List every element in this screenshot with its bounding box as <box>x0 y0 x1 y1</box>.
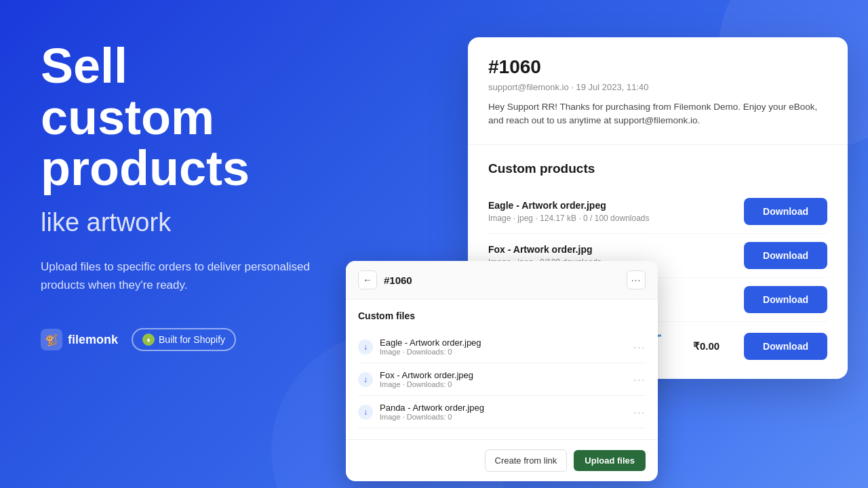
shopify-badge: ♦ Built for Shopify <box>132 328 236 351</box>
filemonk-logo: 🐒 filemonk <box>41 329 118 350</box>
file-info-3: Panda - Artwork order.jpeg Image · Downl… <box>380 403 484 421</box>
admin-panel: ← #1060 ··· Custom files ↓ Eagle - Artwo… <box>346 261 658 481</box>
create-link-button[interactable]: Create from link <box>485 449 568 472</box>
bottom-branding: 🐒 filemonk ♦ Built for Shopify <box>41 328 393 351</box>
download-button-1[interactable]: Download <box>744 198 827 225</box>
filemonk-icon: 🐒 <box>41 329 62 350</box>
hero-subtitle: like artwork <box>41 208 393 237</box>
file-more-3[interactable]: ··· <box>633 407 646 418</box>
product-name-2: Fox - Artwork order.jpg <box>488 244 601 255</box>
order-header: #1060 support@filemonk.io · 19 Jul 2023,… <box>468 37 848 145</box>
file-info-2: Fox - Artwork order.jpeg Image · Downloa… <box>380 370 473 388</box>
section-title: Custom products <box>488 161 827 176</box>
file-download-icon-2: ↓ <box>358 372 373 387</box>
admin-body: Custom files ↓ Eagle - Artwork order.jpe… <box>346 300 658 439</box>
file-sub-1: Image · Downloads: 0 <box>380 348 481 356</box>
file-row-left-1: ↓ Eagle - Artwork order.jpeg Image · Dow… <box>358 338 481 356</box>
hero-description: Upload files to specific orders to deliv… <box>41 258 312 294</box>
file-sub-2: Image · Downloads: 0 <box>380 380 473 388</box>
more-button[interactable]: ··· <box>627 270 646 289</box>
product-info-1: Eagle - Artwork order.jpeg Image · jpeg … <box>488 200 650 223</box>
file-download-icon-1: ↓ <box>358 340 373 354</box>
file-row-2: ↓ Fox - Artwork order.jpeg Image · Downl… <box>358 363 646 396</box>
upload-files-button[interactable]: Upload files <box>574 450 646 471</box>
ebook-right: ₹0.00 Download <box>693 333 827 360</box>
order-message: Hey Support RR! Thanks for purchasing fr… <box>488 100 827 128</box>
download-button-3[interactable]: Download <box>744 286 827 313</box>
hero-title: Sell custom products <box>41 41 393 195</box>
hero-section: Sell custom products like artwork Upload… <box>41 41 393 351</box>
admin-footer: Create from link Upload files <box>346 439 658 481</box>
file-row-1: ↓ Eagle - Artwork order.jpeg Image · Dow… <box>358 331 646 363</box>
download-button-ebook[interactable]: Download <box>744 333 827 360</box>
custom-files-title: Custom files <box>358 310 646 321</box>
order-meta: support@filemonk.io · 19 Jul 2023, 11:40 <box>488 82 827 92</box>
file-more-2[interactable]: ··· <box>633 374 646 385</box>
product-name-1: Eagle - Artwork order.jpeg <box>488 200 650 211</box>
file-name-1: Eagle - Artwork order.jpeg <box>380 338 481 348</box>
product-row-1: Eagle - Artwork order.jpeg Image · jpeg … <box>488 190 827 234</box>
download-button-2[interactable]: Download <box>744 242 827 269</box>
file-row-3: ↓ Panda - Artwork order.jpeg Image · Dow… <box>358 396 646 428</box>
back-button[interactable]: ← <box>358 270 377 289</box>
file-row-left-3: ↓ Panda - Artwork order.jpeg Image · Dow… <box>358 403 484 421</box>
filemonk-name: filemonk <box>68 333 118 347</box>
file-sub-3: Image · Downloads: 0 <box>380 413 484 421</box>
product-meta-1: Image · jpeg · 124.17 kB · 0 / 100 downl… <box>488 214 650 223</box>
file-download-icon-3: ↓ <box>358 405 373 420</box>
order-number: #1060 <box>488 56 827 78</box>
file-more-1[interactable]: ··· <box>633 342 646 352</box>
file-info-1: Eagle - Artwork order.jpeg Image · Downl… <box>380 338 481 356</box>
admin-order-number: #1060 <box>384 274 412 286</box>
file-row-left-2: ↓ Fox - Artwork order.jpeg Image · Downl… <box>358 370 473 388</box>
shopify-badge-label: Built for Shopify <box>159 334 225 345</box>
admin-header-left: ← #1060 <box>358 270 412 289</box>
file-name-3: Panda - Artwork order.jpeg <box>380 403 484 413</box>
admin-header: ← #1060 ··· <box>346 261 658 300</box>
shopify-icon: ♦ <box>142 333 155 346</box>
file-name-2: Fox - Artwork order.jpeg <box>380 370 473 380</box>
ebook-price: ₹0.00 <box>693 340 719 352</box>
